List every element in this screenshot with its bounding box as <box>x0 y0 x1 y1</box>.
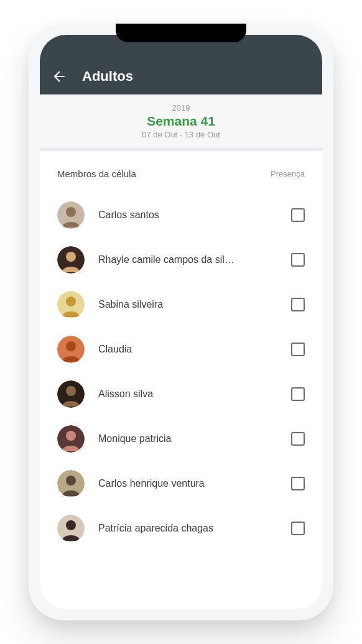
member-row[interactable]: Patrícia aparecida chagas <box>57 506 305 551</box>
svg-point-7 <box>66 341 76 351</box>
member-name: Carlos henrique ventura <box>98 478 277 489</box>
avatar <box>57 291 85 318</box>
list-header: Membros da célula Presença <box>57 168 305 179</box>
member-name: Carlos santos <box>98 209 277 221</box>
member-row[interactable]: Carlos santos <box>57 193 305 237</box>
avatar <box>57 425 85 453</box>
avatar <box>57 380 85 408</box>
member-name: Claudia <box>98 344 277 355</box>
avatar <box>57 336 85 363</box>
presence-checkbox[interactable] <box>291 253 305 267</box>
svg-point-1 <box>66 207 76 217</box>
member-row[interactable]: Alisson silva <box>57 372 305 416</box>
presence-checkbox[interactable] <box>291 477 305 490</box>
member-name: Monique patricia <box>98 433 277 444</box>
svg-point-13 <box>66 476 76 485</box>
member-name: Sabina silveira <box>98 299 277 310</box>
week-title: Semana 41 <box>40 114 322 129</box>
back-button[interactable] <box>51 68 67 85</box>
avatar <box>57 201 85 229</box>
week-header: 2019 Semana 41 07 de Out - 13 de Out <box>40 94 322 151</box>
avatar <box>57 470 85 497</box>
avatar <box>57 246 85 274</box>
avatar <box>57 515 85 542</box>
svg-point-11 <box>66 431 76 441</box>
member-row[interactable]: Monique patricia <box>57 416 305 461</box>
back-arrow-icon <box>51 68 67 85</box>
member-row[interactable]: Sabina silveira <box>57 282 305 327</box>
member-name: Patrícia aparecida chagas <box>98 523 277 534</box>
presence-checkbox[interactable] <box>291 208 305 222</box>
members-label: Membros da célula <box>57 168 136 179</box>
year-label: 2019 <box>40 103 322 113</box>
member-name: Alisson silva <box>98 389 277 400</box>
phone-frame: Adultos 2019 Semana 41 07 de Out - 13 de… <box>29 24 333 620</box>
phone-screen: Adultos 2019 Semana 41 07 de Out - 13 de… <box>40 35 322 609</box>
phone-notch <box>116 24 246 42</box>
member-row[interactable]: Carlos henrique ventura <box>57 461 305 506</box>
member-row[interactable]: Claudia <box>57 327 305 372</box>
presence-checkbox[interactable] <box>291 522 305 535</box>
presence-checkbox[interactable] <box>291 298 305 311</box>
member-name: Rhayle camile campos da sil… <box>98 254 277 265</box>
member-row[interactable]: Rhayle camile campos da sil… <box>57 237 305 282</box>
svg-point-3 <box>66 252 76 262</box>
members-list: Membros da célula Presença Carlos santos… <box>40 151 322 551</box>
svg-point-9 <box>66 386 76 396</box>
presence-checkbox[interactable] <box>291 432 305 446</box>
date-range: 07 de Out - 13 de Out <box>40 130 322 139</box>
page-title: Adultos <box>82 68 133 85</box>
app-bar: Adultos <box>40 35 322 94</box>
presence-checkbox[interactable] <box>291 343 305 356</box>
presence-checkbox[interactable] <box>291 387 305 401</box>
svg-point-5 <box>66 297 76 306</box>
presence-label: Presença <box>271 169 305 178</box>
svg-point-15 <box>66 520 76 530</box>
